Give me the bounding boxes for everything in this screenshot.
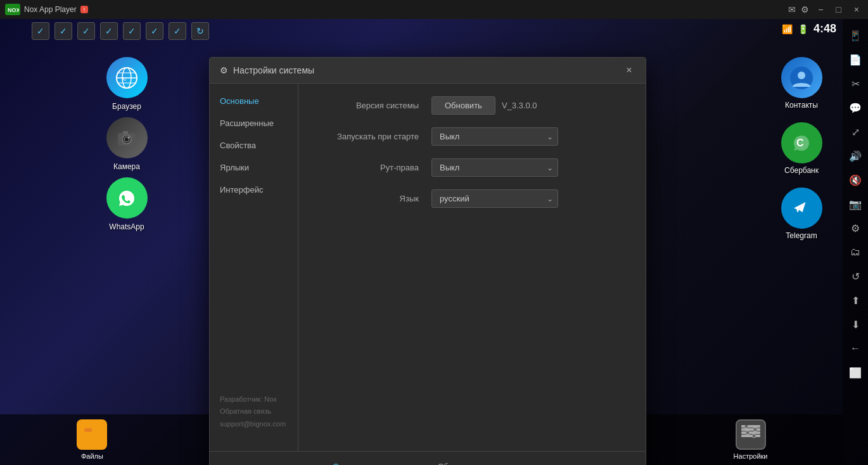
autostart-select-wrapper: Выкл Вкл ⌄ (431, 127, 558, 146)
modal-close-button[interactable]: × (623, 64, 635, 77)
camera-icon-item[interactable]: Камера (101, 117, 152, 171)
contacts-label: Контакты (785, 101, 818, 110)
settings-icon[interactable]: ⚙ (801, 4, 809, 15)
checkbox-5[interactable]: ✓ (123, 22, 141, 40)
sberbank-icon-item[interactable]: С Сбербанк (773, 122, 830, 175)
telegram-icon-item[interactable]: Telegram (773, 188, 830, 240)
taskbar-files[interactable]: Файлы (67, 419, 117, 460)
wifi-icon: 📶 (782, 24, 793, 34)
language-select[interactable]: русский English (431, 189, 558, 208)
sberbank-label: Сбербанк (784, 166, 819, 175)
save-changes-button[interactable]: Сохранить изменения (328, 459, 423, 465)
titlebar-badge: ! (80, 6, 89, 13)
checkbox-7[interactable]: ✓ (169, 22, 186, 40)
checkbox-6[interactable]: ✓ (146, 22, 163, 40)
whatsapp-label: WhatsApp (109, 222, 144, 231)
tab-basic[interactable]: Основные (210, 90, 298, 112)
sidebar-folder-icon[interactable]: 🗂 (845, 242, 865, 262)
camera-label: Камера (113, 162, 140, 171)
autostart-select[interactable]: Выкл Вкл (431, 127, 558, 146)
modal-tabs: Основные Расширенные Свойства Ярлыки Инт… (210, 84, 298, 451)
footer-info: Разработчик: Nox Обратная связь support@… (220, 393, 286, 431)
sidebar-expand-icon[interactable]: ⤢ (845, 122, 865, 142)
checkbox-rotate[interactable]: ↻ (191, 22, 209, 40)
tab-advanced[interactable]: Расширенные (210, 112, 298, 134)
svg-rect-20 (84, 428, 92, 432)
update-button[interactable]: Обновить (431, 96, 495, 115)
sidebar-upload-icon[interactable]: ⬆ (845, 290, 865, 310)
sidebar-download-icon[interactable]: ⬇ (845, 314, 865, 334)
sidebar-message-icon[interactable]: 💬 (845, 98, 865, 118)
camera-icon (106, 117, 148, 158)
sidebar-camera-icon[interactable]: 📷 (845, 194, 865, 214)
language-select-wrapper: русский English ⌄ (431, 189, 558, 208)
checkbox-3[interactable]: ✓ (77, 22, 95, 40)
root-select[interactable]: Выкл Вкл (431, 158, 558, 177)
autostart-label: Запускать при старте (317, 132, 419, 141)
status-bar: 📶 🔋 4:48 (782, 22, 836, 35)
modal-gear-icon: ⚙ (220, 65, 228, 75)
version-row: Версия системы Обновить V_3.3.0.0 (317, 96, 627, 115)
modal-header: ⚙ Настройки системы × (210, 58, 646, 84)
autostart-control: Выкл Вкл ⌄ (431, 127, 627, 146)
svg-text:C: C (123, 76, 127, 82)
desktop-icons-left: C Браузер Камера (101, 57, 152, 231)
sidebar-scissors-icon[interactable]: ✂ (845, 73, 865, 94)
telegram-label: Telegram (786, 231, 817, 240)
contacts-icon (781, 57, 822, 98)
whatsapp-icon-item[interactable]: WhatsApp (101, 177, 152, 231)
browser-icon-item[interactable]: C Браузер (101, 57, 152, 111)
sidebar-back-icon[interactable]: ← (845, 338, 865, 359)
maximize-button[interactable]: □ (832, 3, 845, 16)
email-text: support@bignox.com (220, 418, 286, 431)
modal-content: Версия системы Обновить V_3.3.0.0 Запуск… (298, 84, 646, 451)
modal-body: Основные Расширенные Свойства Ярлыки Инт… (210, 84, 646, 451)
language-row: Язык русский English ⌄ (317, 189, 627, 208)
titlebar-logo: NOX (5, 4, 20, 15)
modal-title-text: Настройки системы (233, 65, 314, 75)
window-close-button[interactable]: × (850, 3, 863, 16)
browser-label: Браузер (112, 102, 141, 111)
root-control: Выкл Вкл ⌄ (431, 158, 627, 177)
root-row: Рут-права Выкл Вкл ⌄ (317, 158, 627, 177)
checkbox-1[interactable]: ✓ (32, 22, 49, 40)
language-label: Язык (317, 194, 419, 203)
checkboxes-bar: ✓ ✓ ✓ ✓ ✓ ✓ ✓ ↻ (32, 22, 209, 40)
sidebar-mute-icon[interactable]: 🔇 (845, 170, 865, 190)
developer-text: Разработчик: Nox (220, 393, 286, 406)
mail-icon[interactable]: ✉ (788, 4, 796, 15)
tab-properties[interactable]: Свойства (210, 134, 298, 156)
reset-save-button[interactable]: Сбросить и сохранить (433, 459, 528, 465)
sidebar-settings-icon[interactable]: ⚙ (845, 218, 865, 238)
titlebar-right: ✉ ⚙ − □ × (788, 3, 863, 16)
taskbar-settings[interactable]: Настройки (725, 419, 776, 460)
files-taskbar-icon (77, 419, 107, 450)
minimize-button[interactable]: − (814, 3, 827, 16)
checkbox-4[interactable]: ✓ (100, 22, 118, 40)
autostart-row: Запускать при старте Выкл Вкл ⌄ (317, 127, 627, 146)
sidebar-refresh-icon[interactable]: ↺ (845, 266, 865, 286)
version-value: V_3.3.0.0 (502, 101, 537, 110)
svg-text:С: С (796, 137, 804, 148)
svg-rect-33 (741, 435, 760, 437)
telegram-icon (781, 188, 822, 229)
root-select-wrapper: Выкл Вкл ⌄ (431, 158, 558, 177)
sidebar-page-icon[interactable]: 📄 (845, 49, 865, 70)
svg-point-37 (752, 434, 756, 438)
sidebar-volume-icon[interactable]: 🔊 (845, 146, 865, 166)
svg-text:NOX: NOX (8, 7, 19, 13)
sidebar-phone-icon[interactable]: 📱 (845, 25, 865, 46)
svg-point-34 (744, 425, 748, 428)
titlebar-left: NOX Nox App Player ! (5, 4, 88, 15)
root-label: Рут-права (317, 163, 419, 172)
sidebar-home-icon[interactable]: ⬜ (845, 362, 865, 383)
main-area: ✓ ✓ ✓ ✓ ✓ ✓ ✓ ↻ 📶 🔋 4:48 C Бра (0, 19, 868, 465)
tab-interface[interactable]: Интерфейс (210, 179, 298, 201)
tab-shortcuts[interactable]: Ярлыки (210, 156, 298, 179)
version-control: Обновить V_3.3.0.0 (431, 96, 627, 115)
modal-title: ⚙ Настройки системы (220, 65, 314, 75)
contacts-icon-item[interactable]: Контакты (773, 57, 830, 110)
svg-point-15 (798, 72, 805, 79)
files-label: Файлы (81, 452, 103, 460)
checkbox-2[interactable]: ✓ (54, 22, 72, 40)
